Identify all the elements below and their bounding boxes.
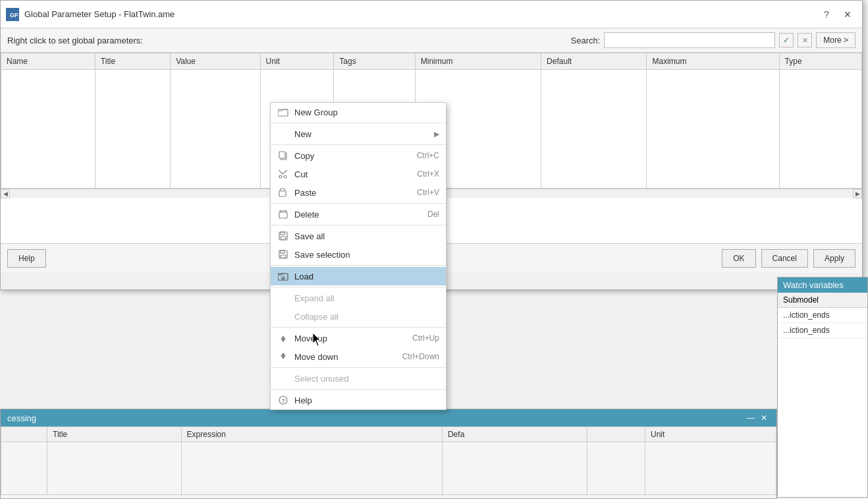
menu-collapse-all-label: Collapse all	[294, 312, 439, 322]
menu-item-select-unused: Select unused	[271, 369, 446, 388]
menu-delete-label: Delete	[294, 210, 422, 220]
svg-rect-24	[282, 339, 285, 341]
menu-item-paste[interactable]: Paste Ctrl+V	[271, 183, 446, 202]
move-down-icon	[277, 351, 289, 363]
menu-paste-label: Paste	[294, 188, 412, 198]
menu-item-copy[interactable]: Copy Ctrl+C	[271, 146, 446, 165]
separator-4	[271, 225, 446, 225]
svg-text:?: ?	[282, 397, 286, 404]
col-unit: Unit	[260, 53, 334, 70]
svg-rect-4	[279, 152, 285, 158]
more-button[interactable]: More >	[816, 32, 855, 48]
separator-9	[271, 389, 446, 390]
menu-item-save-all[interactable]: Save all	[271, 227, 446, 245]
menu-cut-label: Cut	[294, 169, 412, 179]
menu-load-label: Load	[294, 272, 439, 281]
watch-item-1: ...iction_ends	[778, 308, 867, 323]
paste-shortcut: Ctrl+V	[417, 188, 439, 197]
menu-item-new-group[interactable]: New Group	[271, 103, 446, 121]
save-all-icon	[277, 230, 289, 242]
col-tags: Tags	[334, 53, 415, 70]
ok-button[interactable]: OK	[722, 249, 755, 268]
menu-item-collapse-all: Collapse all	[271, 307, 446, 326]
svg-rect-17	[281, 237, 286, 239]
watch-header: Watch variables	[778, 278, 867, 293]
delete-icon	[277, 208, 289, 220]
menu-item-expand-all: Expand all	[271, 289, 446, 307]
watch-variables-panel: Watch variables Submodel ...iction_ends …	[777, 277, 868, 498]
help-button[interactable]: ?	[817, 5, 836, 24]
move-down-shortcut: Ctrl+Down	[402, 352, 439, 361]
processing-panel: cessing — ✕ Title Expression Defa Unit	[0, 409, 777, 499]
svg-line-7	[283, 170, 287, 174]
scroll-left-btn[interactable]: ◀	[1, 189, 10, 198]
menu-item-delete[interactable]: Delete Del	[271, 205, 446, 223]
expand-all-icon	[277, 292, 289, 304]
new-submenu-arrow: ▶	[434, 130, 439, 138]
separator-1	[271, 123, 446, 123]
menu-new-group-label: New Group	[294, 107, 439, 117]
close-button[interactable]: ✕	[838, 5, 857, 24]
col-name: Name	[1, 53, 95, 70]
search-confirm-button[interactable]: ✓	[779, 33, 794, 47]
processing-close-button[interactable]: ✕	[758, 412, 770, 424]
apply-button[interactable]: Apply	[813, 249, 855, 268]
svg-rect-10	[281, 189, 285, 191]
svg-marker-23	[281, 336, 286, 339]
svg-rect-19	[281, 250, 285, 253]
col-default: Default	[541, 53, 647, 70]
processing-minimize-button[interactable]: —	[745, 412, 757, 424]
search-input[interactable]	[604, 32, 775, 48]
menu-item-cut[interactable]: Cut Ctrl+X	[271, 165, 446, 183]
processing-title: cessing	[7, 413, 36, 423]
proc-col-blank	[587, 427, 645, 442]
svg-rect-26	[282, 353, 285, 355]
dialog-toolbar: Right click to set global parameters: Se…	[1, 28, 862, 52]
collapse-all-icon	[277, 310, 289, 322]
help-footer-button[interactable]: Help	[7, 249, 46, 268]
svg-line-8	[279, 170, 283, 174]
search-area: Search: ✓ ✕ More >	[571, 32, 856, 48]
col-minimum: Minimum	[415, 53, 541, 70]
watch-submodel-label: Submodel	[783, 295, 819, 305]
proc-col-default: Defa	[442, 427, 587, 442]
menu-item-save-selection[interactable]: Save selection	[271, 245, 446, 264]
cut-shortcut: Ctrl+X	[417, 169, 439, 179]
proc-col-1	[1, 427, 47, 442]
menu-item-load[interactable]: Load	[271, 267, 446, 285]
separator-2	[271, 144, 446, 145]
proc-table: Title Expression Defa Unit	[1, 426, 776, 495]
delete-shortcut: Del	[427, 210, 439, 219]
table-header-row: Name Title Value Unit Tags Minimum Defau…	[1, 53, 862, 70]
svg-point-6	[284, 175, 286, 178]
watch-item-2: ...iction_ends	[778, 323, 867, 338]
dialog-title: Global Parameter Setup - FlatTwin.ame	[24, 9, 175, 19]
copy-shortcut: Ctrl+C	[417, 151, 439, 160]
move-up-icon	[277, 332, 289, 344]
copy-icon	[277, 150, 289, 161]
menu-help-label: Help	[294, 396, 439, 405]
hint-text: Right click to set global parameters:	[7, 36, 143, 45]
save-sel-icon	[277, 249, 289, 260]
cancel-button[interactable]: Cancel	[761, 249, 808, 268]
select-unused-icon	[277, 372, 289, 384]
proc-header-row: Title Expression Defa Unit	[1, 427, 776, 442]
menu-item-help[interactable]: ? Help	[271, 391, 446, 409]
svg-text:GP: GP	[10, 12, 18, 18]
menu-new-label: New	[294, 129, 429, 139]
menu-item-move-up[interactable]: Move up Ctrl+Up	[271, 329, 446, 347]
col-type: Type	[779, 53, 861, 70]
menu-item-move-down[interactable]: Move down Ctrl+Down	[271, 347, 446, 366]
context-menu: New Group New ▶ Copy Ctrl+C Cut	[270, 102, 447, 410]
col-title: Title	[95, 53, 170, 70]
search-clear-button[interactable]: ✕	[798, 33, 812, 47]
menu-item-new[interactable]: New ▶	[271, 125, 446, 143]
separator-5	[271, 265, 446, 266]
svg-rect-11	[279, 212, 287, 218]
col-maximum: Maximum	[647, 53, 779, 70]
title-bar-right: ? ✕	[817, 5, 857, 24]
processing-header: cessing — ✕	[1, 409, 776, 426]
search-label: Search:	[571, 36, 601, 45]
folder-icon	[277, 106, 289, 118]
scroll-right-btn[interactable]: ▶	[853, 189, 862, 198]
